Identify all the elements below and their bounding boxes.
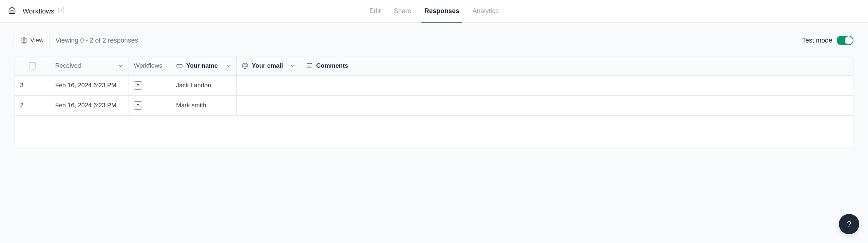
svg-point-6 <box>137 84 138 85</box>
text-field-icon <box>176 63 183 69</box>
tab-analytics[interactable]: Analytics <box>473 0 499 22</box>
help-icon: ? <box>847 219 851 229</box>
view-button-label: View <box>30 37 44 44</box>
help-button[interactable]: ? <box>839 214 859 234</box>
chevron-down-icon <box>118 63 123 69</box>
column-label: Your name <box>186 62 218 69</box>
toolbar: View Viewing 0 - 2 of 2 responses Test m… <box>15 33 853 48</box>
toolbar-left: View Viewing 0 - 2 of 2 responses <box>15 33 138 48</box>
svg-point-0 <box>23 40 25 41</box>
header-left: Workflows <box>8 6 64 16</box>
email-cell <box>236 76 301 96</box>
svg-point-3 <box>244 65 246 67</box>
viewing-count-text: Viewing 0 - 2 of 2 responses <box>56 37 138 44</box>
workflow-cell <box>129 76 171 96</box>
comments-cell <box>301 76 853 96</box>
chevron-down-icon <box>225 63 231 69</box>
test-mode-toggle[interactable] <box>837 36 853 45</box>
page-title: Workflows <box>23 7 54 15</box>
edit-title-icon[interactable] <box>58 7 64 15</box>
select-all-checkbox[interactable] <box>29 62 36 69</box>
test-mode-label: Test mode <box>802 37 832 44</box>
column-label: Comments <box>316 62 348 69</box>
column-header-your-email[interactable]: Your email <box>236 56 301 76</box>
tab-responses[interactable]: Responses <box>425 0 459 22</box>
column-header-received[interactable]: Received <box>50 56 129 76</box>
chevron-down-icon <box>290 63 296 69</box>
received-cell: Feb 16, 2024 6:23 PM <box>50 76 129 96</box>
empty-row <box>15 116 853 147</box>
svg-point-7 <box>137 104 138 105</box>
toggle-knob <box>845 36 853 44</box>
comment-icon <box>306 63 313 69</box>
responses-table-wrap: Received Workflows <box>15 56 853 147</box>
workflow-title-wrap: Workflows <box>23 7 64 15</box>
table-row[interactable]: 2 Feb 16, 2024 6:23 PM Mark smith <box>15 96 853 116</box>
column-label: Received <box>55 62 81 69</box>
content-area: View Viewing 0 - 2 of 2 responses Test m… <box>0 23 868 243</box>
column-header-checkbox <box>15 56 50 76</box>
toolbar-right: Test mode <box>802 36 853 45</box>
table-row[interactable]: 3 Feb 16, 2024 6:23 PM Jack Landon <box>15 76 853 96</box>
received-cell: Feb 16, 2024 6:23 PM <box>50 96 129 116</box>
workflow-status-icon[interactable] <box>134 101 142 109</box>
email-cell <box>236 96 301 116</box>
name-cell: Mark smith <box>171 96 236 116</box>
home-icon[interactable] <box>8 6 16 16</box>
tab-share[interactable]: Share <box>394 0 411 22</box>
row-id-cell: 3 <box>15 76 50 96</box>
workflow-status-icon[interactable] <box>134 81 142 89</box>
row-id-cell: 2 <box>15 96 50 116</box>
comments-cell <box>301 96 853 116</box>
tab-edit[interactable]: Edit <box>369 0 380 22</box>
column-header-workflows[interactable]: Workflows <box>129 56 171 76</box>
header-tabs: Edit Share Responses Analytics <box>369 0 498 22</box>
workflow-cell <box>129 96 171 116</box>
header-bar: Workflows Edit Share Responses Analytics <box>0 0 868 23</box>
gear-icon <box>21 37 27 44</box>
name-cell: Jack Landon <box>171 76 236 96</box>
column-header-comments[interactable]: Comments <box>301 56 853 76</box>
column-label: Workflows <box>134 62 162 69</box>
column-label: Your email <box>252 62 283 69</box>
at-sign-icon <box>242 63 248 69</box>
column-header-your-name[interactable]: Your name <box>171 56 236 76</box>
view-button[interactable]: View <box>15 33 50 48</box>
responses-table: Received Workflows <box>15 56 853 147</box>
